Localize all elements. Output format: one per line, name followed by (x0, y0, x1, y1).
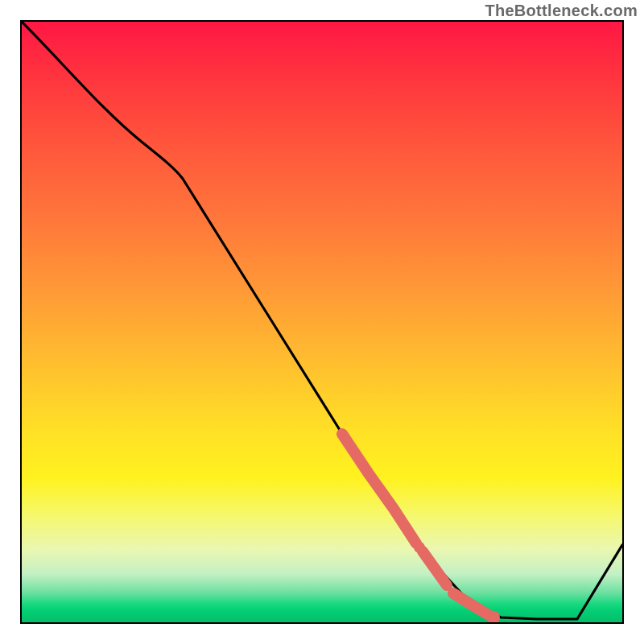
highlight-segment (342, 434, 490, 616)
highlight-dot-mid (414, 542, 425, 553)
chart-svg (22, 22, 622, 622)
bottleneck-chart: TheBottleneck.com (0, 0, 644, 644)
attribution-label: TheBottleneck.com (485, 2, 638, 20)
plot-area (20, 20, 624, 624)
bottleneck-curve-path (22, 22, 622, 619)
